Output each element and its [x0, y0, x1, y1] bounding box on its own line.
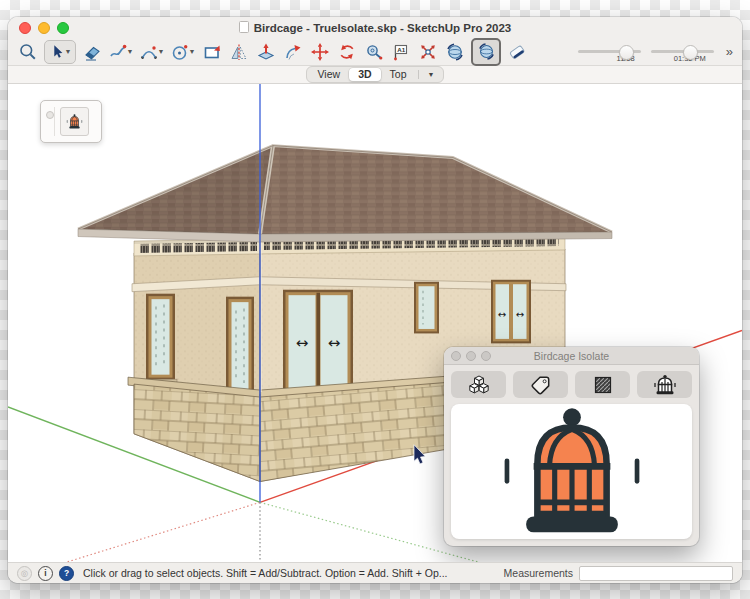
- tab-3d[interactable]: 3D: [349, 68, 380, 81]
- door-slide-arrow: ↔: [328, 334, 341, 352]
- components-icon: [466, 374, 492, 396]
- panel-close-button[interactable]: [451, 351, 461, 361]
- zoom-window-button[interactable]: [57, 22, 69, 34]
- push-pull-tool-button[interactable]: [255, 41, 277, 63]
- preview-toolbar-rail: [44, 107, 55, 136]
- freehand-tool-button[interactable]: ▼: [108, 42, 134, 62]
- isolate-panel-buttons: [444, 365, 699, 403]
- birdcage-icon: [497, 406, 647, 537]
- tag-button[interactable]: [513, 371, 568, 398]
- panel-zoom-button[interactable]: [481, 351, 491, 361]
- slider-track[interactable]: [651, 50, 714, 53]
- status-bar: ◎ i ? Click or drag to select objects. S…: [8, 562, 742, 583]
- minimize-button[interactable]: [38, 22, 50, 34]
- slider-thumb[interactable]: [619, 45, 634, 60]
- freehand-icon: [108, 42, 128, 62]
- modeling-canvas[interactable]: ↔ ↔ ↔ ↔: [8, 84, 742, 562]
- chevron-down-icon[interactable]: ▼: [188, 48, 196, 55]
- sliding-door[interactable]: ↔ ↔: [283, 290, 353, 397]
- materials-button[interactable]: [575, 371, 630, 398]
- eraser-tool-button[interactable]: [81, 41, 103, 63]
- circle-tool-button[interactable]: ▼: [170, 42, 196, 62]
- birdcage-button[interactable]: [637, 371, 692, 398]
- window-slide-arrow: ↔: [498, 309, 506, 320]
- window-right-small[interactable]: [414, 282, 439, 334]
- chevron-down-icon[interactable]: ▼: [126, 48, 134, 55]
- panel-minimize-button[interactable]: [466, 351, 476, 361]
- select-tool-button[interactable]: ▼: [44, 40, 76, 64]
- info-icon[interactable]: i: [38, 566, 53, 581]
- text-icon: A1: [391, 42, 411, 62]
- isolate-panel-preview: [451, 404, 692, 539]
- measurements-input[interactable]: [579, 566, 733, 581]
- window-left-1[interactable]: [144, 294, 177, 383]
- axes-tool-button[interactable]: [417, 41, 439, 63]
- app-window: Birdcage - TrueIsolate.skp - SketchUp Pr…: [8, 17, 742, 583]
- rectangle-tool-button[interactable]: [201, 41, 223, 63]
- svg-text:A1: A1: [397, 46, 405, 53]
- birdcage-isolate-panel[interactable]: Birdcage Isolate: [444, 347, 699, 546]
- chevron-down-icon[interactable]: ▼: [157, 48, 165, 55]
- arc-icon: [139, 42, 159, 62]
- slider-thumb[interactable]: [683, 45, 698, 60]
- materials-icon: [592, 374, 614, 396]
- main-toolbar: ▼ ▼ ▼: [8, 38, 742, 66]
- document-proxy-icon: [239, 21, 249, 33]
- preview-rail-dot: [46, 111, 54, 119]
- shadow-time-slider[interactable]: 01:30 PM: [651, 41, 714, 63]
- isolate-panel-titlebar[interactable]: Birdcage Isolate: [444, 347, 699, 365]
- orbit-icon: [445, 42, 465, 62]
- orbit-active-icon: [477, 42, 496, 61]
- traffic-lights: [19, 22, 69, 34]
- hip-roof[interactable]: [78, 146, 612, 242]
- view-segmented-control: View 3D Top ▼: [306, 66, 445, 83]
- view-tab-bar: View 3D Top ▼: [8, 66, 742, 84]
- close-button[interactable]: [19, 22, 31, 34]
- flip-icon: [229, 42, 249, 62]
- help-icon[interactable]: ?: [59, 566, 74, 581]
- pan-tool-button[interactable]: [506, 41, 528, 63]
- measurements-area: Measurements: [504, 566, 733, 581]
- isolate-panel-window-buttons: [451, 351, 491, 361]
- arc-tool-button[interactable]: ▼: [139, 42, 165, 62]
- push-pull-icon: [256, 42, 276, 62]
- orbit-tool-button[interactable]: [444, 41, 466, 63]
- tab-dropdown-icon[interactable]: ▼: [421, 71, 442, 78]
- door-slide-arrow: ↔: [296, 334, 309, 352]
- orbit-active-tool-button[interactable]: [471, 38, 501, 66]
- birdcage-outline-icon: [653, 374, 677, 396]
- shadow-date-slider[interactable]: 11/08: [578, 41, 641, 63]
- birdcage-mini-icon: [66, 114, 83, 129]
- flip-tool-button[interactable]: [228, 41, 250, 63]
- red-axis-dotted: [67, 502, 260, 562]
- title-bar: Birdcage - TrueIsolate.skp - SketchUp Pr…: [8, 17, 742, 38]
- toolbar-overflow-button[interactable]: »: [726, 44, 733, 59]
- window-left-2[interactable]: [226, 297, 254, 398]
- eraser-icon: [82, 42, 102, 62]
- move-tool-button[interactable]: [309, 41, 331, 63]
- follow-me-tool-button[interactable]: [282, 41, 304, 63]
- axes-icon: [418, 42, 438, 62]
- components-button[interactable]: [451, 371, 506, 398]
- rectangle-icon: [202, 42, 222, 62]
- tab-view[interactable]: View: [309, 68, 350, 81]
- component-preview-window[interactable]: [40, 100, 102, 143]
- tape-measure-tool-button[interactable]: [363, 41, 385, 63]
- tab-top[interactable]: Top: [381, 68, 416, 81]
- rotate-tool-button[interactable]: [336, 41, 358, 63]
- tag-icon: [529, 374, 553, 396]
- follow-me-icon: [283, 42, 303, 62]
- zoom-tool-button[interactable]: [17, 41, 39, 63]
- sliding-window-far[interactable]: ↔ ↔: [491, 280, 531, 344]
- magnifier-icon: [18, 42, 38, 62]
- window-title: Birdcage - TrueIsolate.skp - SketchUp Pr…: [8, 21, 742, 34]
- shadow-sliders: 11/08 01:30 PM »: [578, 41, 733, 63]
- rotate-icon: [337, 42, 357, 62]
- birdcage-thumbnail-button[interactable]: [60, 107, 89, 136]
- text-tool-button[interactable]: A1: [390, 41, 412, 63]
- geolocation-icon[interactable]: ◎: [17, 566, 32, 581]
- chevron-down-icon[interactable]: ▼: [64, 48, 72, 55]
- status-hint-text: Click or drag to select objects. Shift =…: [83, 567, 448, 579]
- window-slide-arrow: ↔: [516, 309, 524, 320]
- divider: [418, 70, 419, 79]
